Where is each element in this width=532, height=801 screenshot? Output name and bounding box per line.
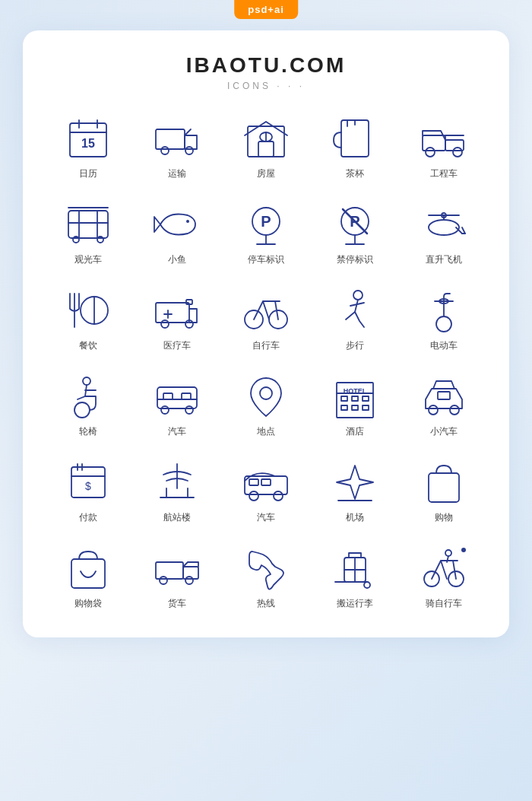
icon-airport: 机场 (312, 450, 397, 529)
svg-text:$: $ (85, 480, 91, 492)
icon-cargo: 货车 (135, 536, 220, 615)
icon-teacup: 茶杯 (312, 106, 397, 185)
icon-helicopter: 直升飞机 (401, 192, 486, 271)
icon-noparking: P 禁停标识 (312, 192, 397, 271)
icon-construction: 工程车 (401, 106, 486, 185)
icon-tram: 观光车 (46, 192, 131, 271)
icon-shopping: 购物 (401, 450, 486, 529)
svg-point-104 (364, 582, 370, 588)
svg-point-90 (274, 491, 283, 501)
svg-rect-13 (341, 120, 369, 157)
site-subtitle: ICONS · · · (38, 81, 494, 91)
svg-point-19 (453, 148, 462, 157)
svg-point-6 (161, 147, 169, 154)
icon-payment: $ 付款 (46, 450, 131, 529)
svg-point-28 (186, 220, 189, 223)
svg-point-79 (450, 405, 459, 415)
icon-bicycle: 自行车 (223, 278, 309, 357)
icon-hotline: 热线 (223, 536, 309, 615)
svg-line-42 (462, 227, 465, 234)
svg-rect-74 (341, 405, 347, 410)
svg-rect-76 (363, 405, 369, 410)
icon-ambulance: 医疗车 (135, 278, 220, 357)
icon-hotel: HOTEL 酒店 (312, 364, 397, 443)
svg-point-7 (185, 147, 193, 154)
svg-point-68 (260, 387, 272, 399)
svg-rect-5 (156, 129, 185, 149)
main-card: IBAOTU.COM ICONS · · · 15 日历 (23, 30, 509, 637)
format-badge: psd+ai (234, 0, 298, 19)
svg-rect-80 (438, 392, 450, 399)
svg-rect-16 (423, 135, 445, 151)
icon-scooter: 电动车 (401, 278, 486, 357)
svg-rect-73 (363, 396, 369, 401)
icon-car: 小汽车 (401, 364, 486, 443)
icon-parking: P 停车标识 (223, 192, 309, 271)
svg-rect-21 (68, 211, 108, 238)
svg-rect-75 (352, 405, 358, 410)
svg-rect-91 (249, 479, 258, 485)
svg-point-78 (429, 405, 438, 415)
svg-point-65 (161, 406, 169, 414)
svg-point-49 (161, 320, 169, 328)
svg-rect-53 (186, 300, 192, 304)
icon-bus: 汽车 (135, 364, 220, 443)
svg-point-99 (185, 577, 193, 584)
svg-point-109 (461, 548, 466, 552)
svg-point-61 (74, 402, 90, 418)
svg-rect-94 (429, 473, 459, 502)
icon-location: 地点 (223, 364, 309, 443)
svg-text:P: P (261, 213, 271, 230)
icon-house: 房屋 (223, 106, 309, 185)
svg-rect-95 (71, 559, 105, 588)
icons-grid: 15 日历 运输 (38, 106, 494, 615)
card-header: IBAOTU.COM ICONS · · · (38, 53, 494, 91)
svg-rect-10 (258, 141, 274, 157)
icon-fish: 小鱼 (135, 192, 220, 271)
svg-rect-92 (261, 479, 271, 485)
svg-rect-72 (352, 396, 358, 401)
svg-point-60 (83, 377, 90, 385)
icon-truck: 运输 (135, 106, 220, 185)
svg-point-89 (249, 491, 258, 501)
icon-wheelchair: 轮椅 (46, 364, 131, 443)
svg-rect-71 (341, 396, 347, 401)
svg-line-8 (185, 129, 191, 135)
svg-point-38 (429, 220, 459, 235)
svg-point-18 (426, 148, 435, 157)
icon-van: 汽车 (223, 450, 309, 529)
svg-rect-64 (182, 393, 191, 399)
site-title: IBAOTU.COM (38, 53, 494, 78)
svg-rect-96 (156, 562, 183, 579)
icon-terminal: 航站楼 (135, 450, 220, 529)
svg-point-57 (353, 291, 363, 300)
icon-luggage: 搬运行李 (312, 536, 397, 615)
icon-calendar: 15 日历 (46, 106, 131, 185)
icon-shoppingbag: 购物袋 (46, 536, 131, 615)
icon-walk: 步行 (312, 278, 397, 357)
svg-point-66 (185, 406, 193, 414)
svg-rect-48 (156, 303, 189, 323)
icon-bikeride: 骑自行车 (401, 536, 486, 615)
svg-point-58 (436, 316, 451, 332)
svg-point-98 (160, 577, 167, 584)
icon-dining: 餐饮 (46, 278, 131, 357)
svg-point-108 (445, 550, 451, 556)
svg-rect-63 (163, 393, 173, 399)
svg-text:15: 15 (81, 137, 95, 150)
